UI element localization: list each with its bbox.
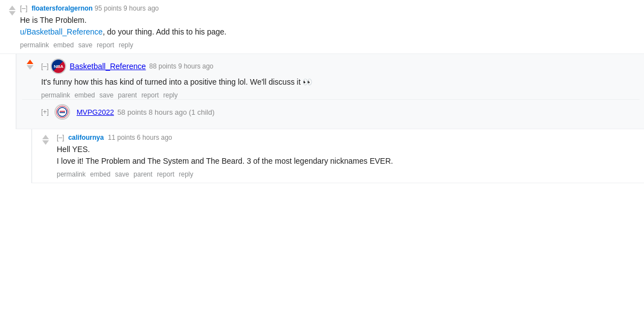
comment-basketball-reference: [–] NBA Basketball_Reference 88 points 9… bbox=[16, 54, 644, 129]
comment-body-bball: [–] NBA Basketball_Reference 88 points 9… bbox=[41, 58, 640, 99]
embed-link-bball[interactable]: embed bbox=[75, 91, 95, 99]
clippers-inner-icon bbox=[56, 106, 68, 118]
report-link-bball[interactable]: report bbox=[141, 91, 158, 99]
save-link-top[interactable]: save bbox=[78, 41, 92, 49]
downvote-button-top[interactable] bbox=[9, 11, 16, 16]
report-link-califournya[interactable]: report bbox=[157, 170, 174, 178]
link-suffix: , do your thing. Add this to his page. bbox=[103, 27, 227, 36]
downvote-button-califournya[interactable] bbox=[42, 140, 49, 145]
points-top: 95 points 9 hours ago bbox=[95, 4, 158, 12]
svg-rect-1 bbox=[60, 111, 65, 112]
comment-califournya: [–] califournya 11 points 6 hours ago He… bbox=[31, 129, 644, 183]
vote-column-bball bbox=[22, 58, 38, 99]
permalink-link-califournya[interactable]: permalink bbox=[57, 170, 86, 178]
downvote-button-bball[interactable] bbox=[27, 65, 33, 70]
califournya-line-2: I love it! The Problem and The System an… bbox=[57, 155, 640, 167]
reply-link-califournya[interactable]: reply bbox=[179, 170, 193, 178]
parent-link-califournya[interactable]: parent bbox=[133, 170, 152, 178]
comment-body-califournya: [–] califournya 11 points 6 hours ago He… bbox=[57, 134, 640, 178]
report-link-top[interactable]: report bbox=[97, 41, 114, 49]
points-califournya: 11 points 6 hours ago bbox=[108, 134, 172, 141]
permalink-link-bball[interactable]: permalink bbox=[41, 91, 70, 99]
reply-link-top[interactable]: reply bbox=[118, 41, 133, 49]
username-califournya[interactable]: califournya bbox=[68, 134, 104, 141]
comment-inner-bball: [–] NBA Basketball_Reference 88 points 9… bbox=[22, 58, 640, 99]
meta-row-bball: [–] NBA Basketball_Reference 88 points 9… bbox=[41, 58, 640, 74]
text-line-2: u/Basketball_Reference, do your thing. A… bbox=[20, 26, 644, 38]
svg-rect-2 bbox=[60, 112, 65, 114]
embed-link-top[interactable]: embed bbox=[53, 41, 74, 49]
collapse-button-mvpg[interactable]: [+] bbox=[41, 108, 49, 116]
comment-text-califournya: Hell YES. I love it! The Problem and The… bbox=[57, 144, 640, 167]
svg-point-0 bbox=[58, 107, 67, 116]
clippers-svg bbox=[57, 107, 67, 117]
vote-column-califournya bbox=[38, 134, 53, 178]
comment-text-bball: It's funny how this has kind of turned i… bbox=[41, 76, 640, 88]
comment-mvpg2022: [+] MVPG2022 58 points 8 hours ago (1 ch… bbox=[22, 99, 640, 124]
points-mvpg: 58 points 8 hours ago (1 child) bbox=[117, 108, 215, 116]
comment-top: [–] floatersforalgernon 95 points 9 hour… bbox=[0, 0, 644, 54]
comment-actions-top: permalink embed save report reply bbox=[20, 41, 644, 49]
permalink-link-top[interactable]: permalink bbox=[20, 41, 49, 49]
embed-link-califournya[interactable]: embed bbox=[90, 170, 111, 178]
collapse-button-califournya[interactable]: [–] bbox=[57, 134, 64, 141]
username-mvpg2022[interactable]: MVPG2022 bbox=[77, 108, 114, 116]
username-basketball-reference[interactable]: Basketball_Reference bbox=[70, 62, 146, 71]
comment-text-top: He is The Problem. u/Basketball_Referenc… bbox=[20, 14, 644, 38]
comment-meta-top: [–] floatersforalgernon 95 points 9 hour… bbox=[20, 4, 644, 12]
comment-actions-califournya: permalink embed save parent report reply bbox=[57, 170, 640, 178]
collapse-button-bball[interactable]: [–] bbox=[41, 62, 48, 70]
parent-link-bball[interactable]: parent bbox=[118, 91, 137, 99]
vote-column-top bbox=[4, 4, 20, 49]
reply-link-bball[interactable]: reply bbox=[163, 91, 177, 99]
save-link-califournya[interactable]: save bbox=[115, 170, 129, 178]
clippers-logo-icon bbox=[55, 104, 70, 120]
nba-logo-icon: NBA bbox=[51, 58, 66, 74]
username-floatersforalgernon[interactable]: floatersforalgernon bbox=[32, 4, 93, 12]
comment-meta-califournya: [–] califournya 11 points 6 hours ago bbox=[57, 134, 640, 141]
text-line-1: He is The Problem. bbox=[20, 14, 644, 26]
comment-inner-califournya: [–] califournya 11 points 6 hours ago He… bbox=[38, 134, 640, 178]
califournya-line-1: Hell YES. bbox=[57, 144, 640, 155]
basketball-reference-link[interactable]: u/Basketball_Reference bbox=[20, 27, 103, 36]
upvote-button-top[interactable] bbox=[9, 6, 16, 10]
save-link-bball[interactable]: save bbox=[100, 91, 113, 99]
collapse-button-top[interactable]: [–] bbox=[20, 4, 27, 12]
comment-thread: [–] floatersforalgernon 95 points 9 hour… bbox=[0, 0, 644, 183]
upvote-button-califournya[interactable] bbox=[42, 135, 49, 139]
upvote-button-bball[interactable] bbox=[27, 60, 33, 64]
comment-actions-bball: permalink embed save parent report reply bbox=[41, 91, 640, 99]
text-bball: It's funny how this has kind of turned i… bbox=[41, 77, 312, 86]
points-bball: 88 points 9 hours ago bbox=[149, 62, 213, 70]
comment-body-top: [–] floatersforalgernon 95 points 9 hour… bbox=[20, 4, 644, 49]
